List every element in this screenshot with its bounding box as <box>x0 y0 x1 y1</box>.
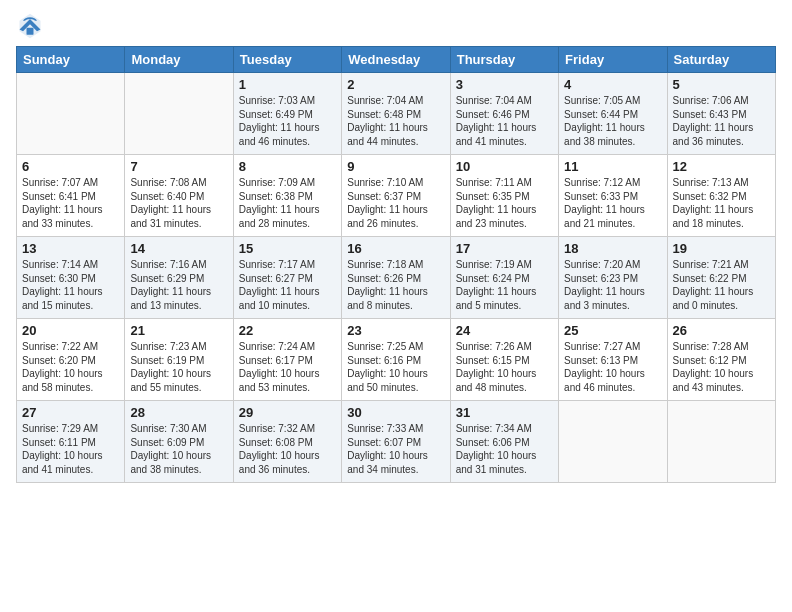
weekday-header: Tuesday <box>233 47 341 73</box>
day-info: Sunrise: 7:23 AM Sunset: 6:19 PM Dayligh… <box>130 340 227 394</box>
day-info: Sunrise: 7:13 AM Sunset: 6:32 PM Dayligh… <box>673 176 770 230</box>
day-number: 3 <box>456 77 553 92</box>
calendar-cell: 15Sunrise: 7:17 AM Sunset: 6:27 PM Dayli… <box>233 237 341 319</box>
day-info: Sunrise: 7:06 AM Sunset: 6:43 PM Dayligh… <box>673 94 770 148</box>
day-info: Sunrise: 7:07 AM Sunset: 6:41 PM Dayligh… <box>22 176 119 230</box>
day-info: Sunrise: 7:04 AM Sunset: 6:46 PM Dayligh… <box>456 94 553 148</box>
calendar-header-row: SundayMondayTuesdayWednesdayThursdayFrid… <box>17 47 776 73</box>
day-number: 9 <box>347 159 444 174</box>
day-info: Sunrise: 7:29 AM Sunset: 6:11 PM Dayligh… <box>22 422 119 476</box>
day-info: Sunrise: 7:21 AM Sunset: 6:22 PM Dayligh… <box>673 258 770 312</box>
calendar-cell: 29Sunrise: 7:32 AM Sunset: 6:08 PM Dayli… <box>233 401 341 483</box>
day-info: Sunrise: 7:22 AM Sunset: 6:20 PM Dayligh… <box>22 340 119 394</box>
calendar-week-row: 27Sunrise: 7:29 AM Sunset: 6:11 PM Dayli… <box>17 401 776 483</box>
day-info: Sunrise: 7:11 AM Sunset: 6:35 PM Dayligh… <box>456 176 553 230</box>
calendar-week-row: 20Sunrise: 7:22 AM Sunset: 6:20 PM Dayli… <box>17 319 776 401</box>
header <box>16 12 776 40</box>
day-number: 21 <box>130 323 227 338</box>
calendar-cell <box>559 401 667 483</box>
day-number: 2 <box>347 77 444 92</box>
weekday-header: Sunday <box>17 47 125 73</box>
calendar-cell: 27Sunrise: 7:29 AM Sunset: 6:11 PM Dayli… <box>17 401 125 483</box>
day-number: 5 <box>673 77 770 92</box>
day-info: Sunrise: 7:32 AM Sunset: 6:08 PM Dayligh… <box>239 422 336 476</box>
day-number: 19 <box>673 241 770 256</box>
day-number: 31 <box>456 405 553 420</box>
calendar: SundayMondayTuesdayWednesdayThursdayFrid… <box>16 46 776 483</box>
calendar-cell: 12Sunrise: 7:13 AM Sunset: 6:32 PM Dayli… <box>667 155 775 237</box>
day-number: 12 <box>673 159 770 174</box>
day-number: 4 <box>564 77 661 92</box>
calendar-cell: 10Sunrise: 7:11 AM Sunset: 6:35 PM Dayli… <box>450 155 558 237</box>
calendar-cell: 25Sunrise: 7:27 AM Sunset: 6:13 PM Dayli… <box>559 319 667 401</box>
day-info: Sunrise: 7:05 AM Sunset: 6:44 PM Dayligh… <box>564 94 661 148</box>
day-number: 15 <box>239 241 336 256</box>
calendar-cell: 31Sunrise: 7:34 AM Sunset: 6:06 PM Dayli… <box>450 401 558 483</box>
calendar-cell <box>667 401 775 483</box>
calendar-cell: 3Sunrise: 7:04 AM Sunset: 6:46 PM Daylig… <box>450 73 558 155</box>
day-info: Sunrise: 7:26 AM Sunset: 6:15 PM Dayligh… <box>456 340 553 394</box>
weekday-header: Saturday <box>667 47 775 73</box>
day-number: 1 <box>239 77 336 92</box>
calendar-week-row: 6Sunrise: 7:07 AM Sunset: 6:41 PM Daylig… <box>17 155 776 237</box>
calendar-cell <box>17 73 125 155</box>
day-info: Sunrise: 7:14 AM Sunset: 6:30 PM Dayligh… <box>22 258 119 312</box>
day-info: Sunrise: 7:09 AM Sunset: 6:38 PM Dayligh… <box>239 176 336 230</box>
day-number: 16 <box>347 241 444 256</box>
calendar-cell: 28Sunrise: 7:30 AM Sunset: 6:09 PM Dayli… <box>125 401 233 483</box>
calendar-cell: 6Sunrise: 7:07 AM Sunset: 6:41 PM Daylig… <box>17 155 125 237</box>
calendar-cell: 23Sunrise: 7:25 AM Sunset: 6:16 PM Dayli… <box>342 319 450 401</box>
day-number: 25 <box>564 323 661 338</box>
calendar-cell: 1Sunrise: 7:03 AM Sunset: 6:49 PM Daylig… <box>233 73 341 155</box>
calendar-cell: 2Sunrise: 7:04 AM Sunset: 6:48 PM Daylig… <box>342 73 450 155</box>
calendar-cell: 26Sunrise: 7:28 AM Sunset: 6:12 PM Dayli… <box>667 319 775 401</box>
day-number: 13 <box>22 241 119 256</box>
day-info: Sunrise: 7:17 AM Sunset: 6:27 PM Dayligh… <box>239 258 336 312</box>
logo-icon <box>16 12 44 40</box>
page: SundayMondayTuesdayWednesdayThursdayFrid… <box>0 0 792 612</box>
calendar-cell: 9Sunrise: 7:10 AM Sunset: 6:37 PM Daylig… <box>342 155 450 237</box>
day-info: Sunrise: 7:33 AM Sunset: 6:07 PM Dayligh… <box>347 422 444 476</box>
calendar-cell: 16Sunrise: 7:18 AM Sunset: 6:26 PM Dayli… <box>342 237 450 319</box>
day-number: 29 <box>239 405 336 420</box>
day-number: 8 <box>239 159 336 174</box>
day-info: Sunrise: 7:04 AM Sunset: 6:48 PM Dayligh… <box>347 94 444 148</box>
day-info: Sunrise: 7:25 AM Sunset: 6:16 PM Dayligh… <box>347 340 444 394</box>
day-number: 10 <box>456 159 553 174</box>
day-info: Sunrise: 7:27 AM Sunset: 6:13 PM Dayligh… <box>564 340 661 394</box>
day-info: Sunrise: 7:30 AM Sunset: 6:09 PM Dayligh… <box>130 422 227 476</box>
day-info: Sunrise: 7:08 AM Sunset: 6:40 PM Dayligh… <box>130 176 227 230</box>
day-info: Sunrise: 7:24 AM Sunset: 6:17 PM Dayligh… <box>239 340 336 394</box>
day-number: 7 <box>130 159 227 174</box>
weekday-header: Wednesday <box>342 47 450 73</box>
day-number: 26 <box>673 323 770 338</box>
weekday-header: Monday <box>125 47 233 73</box>
weekday-header: Thursday <box>450 47 558 73</box>
day-info: Sunrise: 7:10 AM Sunset: 6:37 PM Dayligh… <box>347 176 444 230</box>
calendar-cell: 11Sunrise: 7:12 AM Sunset: 6:33 PM Dayli… <box>559 155 667 237</box>
day-info: Sunrise: 7:20 AM Sunset: 6:23 PM Dayligh… <box>564 258 661 312</box>
day-number: 22 <box>239 323 336 338</box>
day-number: 18 <box>564 241 661 256</box>
weekday-header: Friday <box>559 47 667 73</box>
day-info: Sunrise: 7:19 AM Sunset: 6:24 PM Dayligh… <box>456 258 553 312</box>
calendar-cell: 21Sunrise: 7:23 AM Sunset: 6:19 PM Dayli… <box>125 319 233 401</box>
calendar-cell: 22Sunrise: 7:24 AM Sunset: 6:17 PM Dayli… <box>233 319 341 401</box>
day-number: 11 <box>564 159 661 174</box>
calendar-week-row: 13Sunrise: 7:14 AM Sunset: 6:30 PM Dayli… <box>17 237 776 319</box>
calendar-cell: 19Sunrise: 7:21 AM Sunset: 6:22 PM Dayli… <box>667 237 775 319</box>
day-info: Sunrise: 7:18 AM Sunset: 6:26 PM Dayligh… <box>347 258 444 312</box>
day-info: Sunrise: 7:28 AM Sunset: 6:12 PM Dayligh… <box>673 340 770 394</box>
calendar-cell: 30Sunrise: 7:33 AM Sunset: 6:07 PM Dayli… <box>342 401 450 483</box>
calendar-cell: 13Sunrise: 7:14 AM Sunset: 6:30 PM Dayli… <box>17 237 125 319</box>
calendar-week-row: 1Sunrise: 7:03 AM Sunset: 6:49 PM Daylig… <box>17 73 776 155</box>
day-number: 14 <box>130 241 227 256</box>
logo <box>16 12 48 40</box>
day-number: 27 <box>22 405 119 420</box>
calendar-cell: 5Sunrise: 7:06 AM Sunset: 6:43 PM Daylig… <box>667 73 775 155</box>
calendar-cell: 7Sunrise: 7:08 AM Sunset: 6:40 PM Daylig… <box>125 155 233 237</box>
day-info: Sunrise: 7:12 AM Sunset: 6:33 PM Dayligh… <box>564 176 661 230</box>
calendar-cell <box>125 73 233 155</box>
calendar-cell: 17Sunrise: 7:19 AM Sunset: 6:24 PM Dayli… <box>450 237 558 319</box>
svg-rect-1 <box>27 28 34 35</box>
